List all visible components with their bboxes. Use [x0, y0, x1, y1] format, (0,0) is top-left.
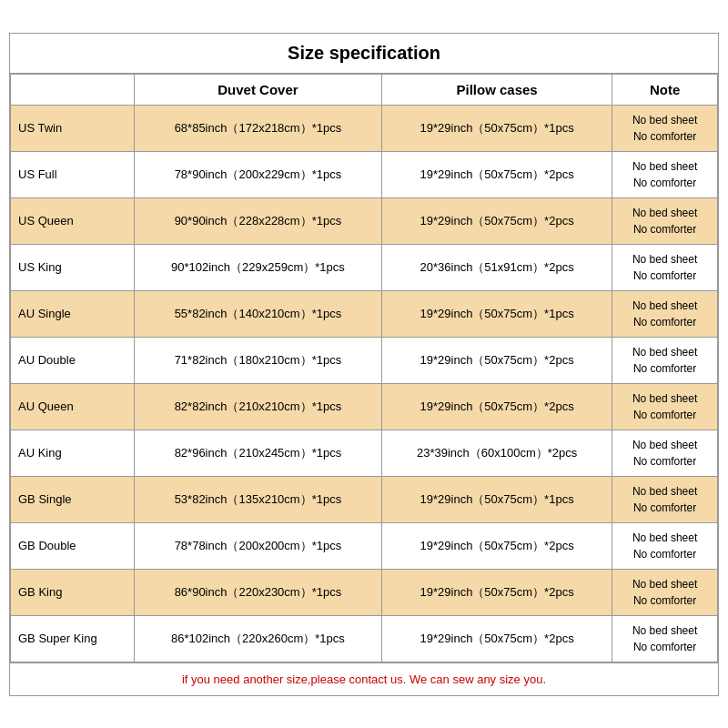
table-row: AU Queen82*82inch（210x210cm）*1pcs19*29in… [11, 383, 718, 430]
cell-size: AU King [11, 430, 135, 476]
table-row: GB King86*90inch（220x230cm）*1pcs19*29inc… [11, 569, 718, 615]
cell-duvet: 82*96inch（210x245cm）*1pcs [134, 430, 381, 476]
cell-note: No bed sheetNo comforter [612, 615, 718, 662]
cell-note: No bed sheetNo comforter [612, 476, 718, 522]
cell-note: No bed sheetNo comforter [612, 522, 718, 569]
cell-duvet: 68*85inch（172x218cm）*1pcs [134, 105, 381, 151]
cell-pillow: 19*29inch（50x75cm）*2pcs [382, 197, 612, 244]
header-note: Note [612, 74, 718, 105]
cell-size: US King [11, 244, 135, 290]
table-row: US Queen90*90inch（228x228cm）*1pcs19*29in… [11, 197, 718, 244]
cell-pillow: 19*29inch（50x75cm）*1pcs [382, 105, 612, 151]
table-row: AU Double71*82inch（180x210cm）*1pcs19*29i… [11, 337, 718, 383]
cell-pillow: 23*39inch（60x100cm）*2pcs [382, 430, 612, 476]
cell-note: No bed sheetNo comforter [612, 430, 718, 476]
cell-pillow: 19*29inch（50x75cm）*2pcs [382, 383, 612, 430]
cell-note: No bed sheetNo comforter [612, 569, 718, 615]
table-row: GB Single53*82inch（135x210cm）*1pcs19*29i… [11, 476, 718, 522]
cell-note: No bed sheetNo comforter [612, 337, 718, 383]
cell-duvet: 71*82inch（180x210cm）*1pcs [134, 337, 381, 383]
cell-duvet: 90*90inch（228x228cm）*1pcs [134, 197, 381, 244]
cell-size: AU Double [11, 337, 135, 383]
cell-size: AU Single [11, 290, 135, 337]
footer-note: if you need another size,please contact … [10, 662, 718, 695]
cell-note: No bed sheetNo comforter [612, 197, 718, 244]
cell-size: GB Double [11, 522, 135, 569]
cell-size: GB Super King [11, 615, 135, 662]
cell-pillow: 20*36inch（51x91cm）*2pcs [382, 244, 612, 290]
size-table: Duvet Cover Pillow cases Note US Twin68*… [10, 74, 718, 662]
cell-duvet: 78*78inch（200x200cm）*1pcs [134, 522, 381, 569]
header-duvet: Duvet Cover [134, 74, 381, 105]
table-row: AU King82*96inch（210x245cm）*1pcs23*39inc… [11, 430, 718, 476]
header-size [11, 74, 135, 105]
table-row: GB Super King86*102inch（220x260cm）*1pcs1… [11, 615, 718, 662]
table-row: US Full78*90inch（200x229cm）*1pcs19*29inc… [11, 151, 718, 197]
cell-duvet: 55*82inch（140x210cm）*1pcs [134, 290, 381, 337]
cell-duvet: 90*102inch（229x259cm）*1pcs [134, 244, 381, 290]
cell-note: No bed sheetNo comforter [612, 151, 718, 197]
cell-size: US Twin [11, 105, 135, 151]
cell-note: No bed sheetNo comforter [612, 290, 718, 337]
cell-pillow: 19*29inch（50x75cm）*1pcs [382, 476, 612, 522]
cell-duvet: 78*90inch（200x229cm）*1pcs [134, 151, 381, 197]
cell-size: AU Queen [11, 383, 135, 430]
cell-note: No bed sheetNo comforter [612, 105, 718, 151]
cell-note: No bed sheetNo comforter [612, 244, 718, 290]
cell-pillow: 19*29inch（50x75cm）*2pcs [382, 151, 612, 197]
cell-size: US Queen [11, 197, 135, 244]
cell-pillow: 19*29inch（50x75cm）*2pcs [382, 522, 612, 569]
cell-duvet: 82*82inch（210x210cm）*1pcs [134, 383, 381, 430]
cell-size: GB Single [11, 476, 135, 522]
table-row: US Twin68*85inch（172x218cm）*1pcs19*29inc… [11, 105, 718, 151]
cell-pillow: 19*29inch（50x75cm）*1pcs [382, 290, 612, 337]
table-row: AU Single55*82inch（140x210cm）*1pcs19*29i… [11, 290, 718, 337]
table-row: US King90*102inch（229x259cm）*1pcs20*36in… [11, 244, 718, 290]
cell-pillow: 19*29inch（50x75cm）*2pcs [382, 615, 612, 662]
table-title: Size specification [10, 34, 718, 74]
cell-pillow: 19*29inch（50x75cm）*2pcs [382, 569, 612, 615]
table-header-row: Duvet Cover Pillow cases Note [11, 74, 718, 105]
cell-pillow: 19*29inch（50x75cm）*2pcs [382, 337, 612, 383]
cell-duvet: 86*102inch（220x260cm）*1pcs [134, 615, 381, 662]
header-pillow: Pillow cases [382, 74, 612, 105]
cell-duvet: 86*90inch（220x230cm）*1pcs [134, 569, 381, 615]
cell-size: GB King [11, 569, 135, 615]
cell-duvet: 53*82inch（135x210cm）*1pcs [134, 476, 381, 522]
size-spec-container: Size specification Duvet Cover Pillow ca… [9, 33, 719, 696]
cell-size: US Full [11, 151, 135, 197]
table-row: GB Double78*78inch（200x200cm）*1pcs19*29i… [11, 522, 718, 569]
table-body: US Twin68*85inch（172x218cm）*1pcs19*29inc… [11, 105, 718, 662]
cell-note: No bed sheetNo comforter [612, 383, 718, 430]
